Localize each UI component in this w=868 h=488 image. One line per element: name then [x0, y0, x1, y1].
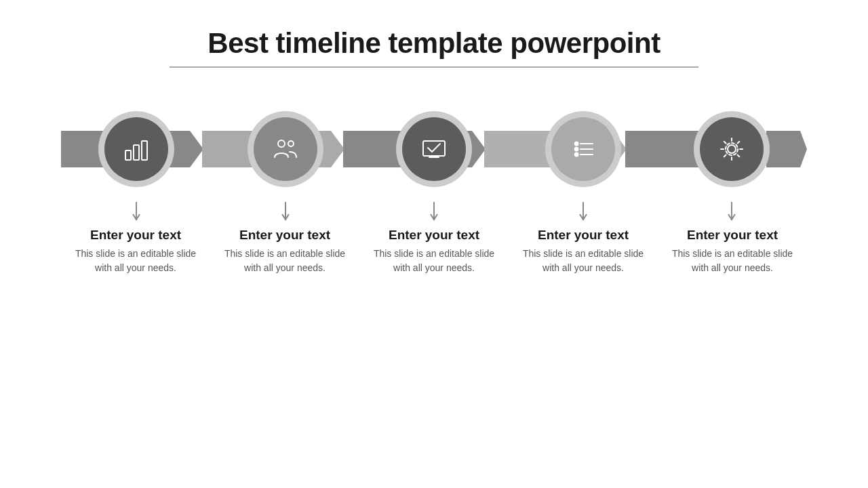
step-2-circle	[248, 111, 323, 187]
slide: Best timeline template powerpoint	[0, 0, 868, 488]
down-arrow-icon-1	[131, 202, 142, 224]
slide-title: Best timeline template powerpoint	[208, 27, 660, 60]
svg-rect-7	[134, 145, 139, 160]
down-arrow-5	[694, 202, 770, 224]
down-arrow-icon-4	[578, 202, 589, 224]
svg-point-18	[574, 152, 578, 156]
down-arrow-icon-3	[429, 202, 439, 224]
certificate-icon	[419, 134, 449, 164]
step-5-body: This slide is an editable slide with all…	[671, 247, 793, 275]
step-2-body: This slide is an editable slide with all…	[224, 247, 346, 275]
timeline-section: Enter your text This slide is an editabl…	[41, 102, 827, 275]
step-4-circle	[545, 111, 621, 187]
step-3-body: This slide is an editable slide with all…	[373, 247, 495, 275]
step-1-circle	[98, 111, 174, 187]
down-arrow-icon-5	[726, 202, 737, 224]
down-arrow-4	[545, 202, 621, 224]
down-arrow-3	[396, 202, 472, 224]
step-3-text: Enter your text This slide is an editabl…	[373, 228, 495, 275]
step-5-text: Enter your text This slide is an editabl…	[671, 228, 793, 275]
svg-point-16	[574, 147, 578, 150]
timeline-arrows	[61, 102, 807, 197]
svg-rect-11	[423, 141, 445, 156]
step-4-text: Enter your text This slide is an editabl…	[522, 228, 644, 275]
step-1-body: This slide is an editable slide with all…	[75, 247, 197, 275]
svg-point-20	[728, 145, 736, 153]
gear-icon	[717, 134, 747, 164]
down-arrow-1	[98, 202, 174, 224]
people-icon	[271, 134, 300, 164]
step-5-heading: Enter your text	[671, 228, 793, 243]
svg-point-10	[288, 141, 294, 146]
step-3-circle	[396, 111, 472, 187]
step-4-body: This slide is an editable slide with all…	[522, 247, 644, 275]
step-1-text: Enter your text This slide is an editabl…	[75, 228, 197, 275]
svg-rect-6	[125, 150, 131, 160]
svg-point-14	[574, 142, 578, 145]
title-divider	[170, 66, 698, 68]
step-5-circle	[694, 111, 770, 187]
svg-rect-8	[142, 141, 147, 160]
text-row: Enter your text This slide is an editabl…	[61, 228, 807, 275]
step-3-heading: Enter your text	[373, 228, 495, 243]
step-2-heading: Enter your text	[224, 228, 346, 243]
list-icon	[568, 134, 598, 164]
step-1-heading: Enter your text	[75, 228, 197, 243]
step-2-text: Enter your text This slide is an editabl…	[224, 228, 346, 275]
down-arrow-2	[248, 202, 323, 224]
svg-point-9	[278, 140, 285, 147]
down-arrow-icon-2	[280, 202, 291, 224]
step-4-heading: Enter your text	[522, 228, 644, 243]
circles-overlay	[61, 111, 807, 187]
down-arrows-row	[61, 202, 807, 224]
bar-chart-icon	[121, 134, 151, 164]
